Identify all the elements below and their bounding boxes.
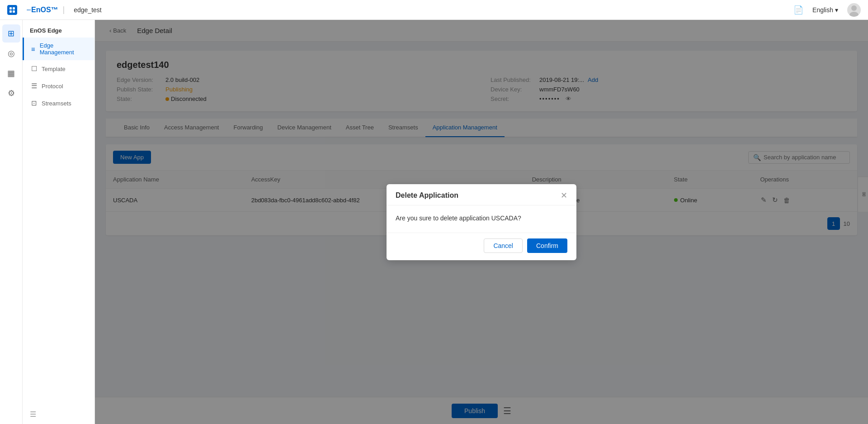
chevron-down-icon: ▾	[835, 6, 838, 14]
confirm-button[interactable]: Confirm	[527, 238, 567, 253]
svg-rect-2	[9, 10, 12, 13]
main-content: ‹ Back Edge Detail edgetest140 Edge Vers…	[95, 20, 868, 424]
sidebar-nav: EnOS Edge ≡ Edge Management ☐ Template ☰…	[23, 20, 95, 424]
main-layout: ⊞ ◎ ▦ ⚙ EnOS Edge ≡ Edge Management ☐ Te…	[0, 20, 868, 424]
sidebar-icon-grid[interactable]: ⊞	[2, 24, 20, 43]
modal-body: Are you sure to delete application USCAD…	[387, 205, 576, 233]
modal-header: Delete Application ✕	[387, 184, 576, 205]
sidebar-icon-dashboard[interactable]: ▦	[2, 64, 20, 82]
cancel-button[interactable]: Cancel	[484, 238, 523, 253]
sidebar-icon-settings[interactable]: ⚙	[2, 84, 20, 102]
sidebar-item-label: Edge Management	[40, 42, 87, 56]
svg-point-4	[851, 5, 857, 11]
sidebar-icons: ⊞ ◎ ▦ ⚙	[0, 20, 23, 424]
sidebar-icon-network[interactable]: ◎	[2, 44, 20, 62]
modal-message: Are you sure to delete application USCAD…	[396, 214, 521, 222]
modal-close-button[interactable]: ✕	[561, 191, 567, 200]
modal-overlay[interactable]: Delete Application ✕ Are you sure to del…	[95, 20, 868, 424]
protocol-icon: ☰	[31, 82, 37, 90]
svg-rect-0	[9, 7, 12, 10]
sidebar-item-edge-management[interactable]: ≡ Edge Management	[23, 38, 94, 60]
sidebar-item-template[interactable]: ☐ Template	[23, 60, 94, 77]
delete-application-modal: Delete Application ✕ Are you sure to del…	[387, 184, 576, 260]
app-name: edge_test	[74, 6, 102, 14]
language-selector[interactable]: English ▾	[812, 6, 838, 14]
sidebar-item-label: Template	[42, 66, 66, 72]
modal-footer: Cancel Confirm	[387, 233, 576, 260]
svg-rect-1	[13, 7, 15, 10]
sidebar-item-label: Protocol	[42, 83, 63, 90]
sidebar-item-label: Streamsets	[42, 100, 71, 107]
docs-icon[interactable]: 📄	[793, 5, 803, 15]
svg-point-5	[849, 12, 859, 17]
sidebar-item-streamsets[interactable]: ⊡ Streamsets	[23, 95, 94, 112]
brand-logo: ··· EnOS™	[26, 5, 58, 14]
header: ··· EnOS™ | edge_test 📄 English ▾	[0, 0, 868, 20]
header-right: 📄 English ▾	[793, 3, 861, 17]
collapse-button[interactable]: ☰	[23, 405, 94, 424]
app-grid-icon[interactable]	[7, 5, 17, 15]
user-avatar[interactable]	[847, 3, 861, 17]
template-icon: ☐	[31, 65, 37, 73]
sidebar-item-protocol[interactable]: ☰ Protocol	[23, 77, 94, 95]
svg-rect-3	[13, 10, 15, 13]
sidebar-section-title: EnOS Edge	[23, 20, 94, 38]
edge-management-icon: ≡	[31, 45, 35, 53]
streamsets-icon: ⊡	[31, 99, 37, 107]
brand-name: EnOS™	[31, 6, 58, 14]
header-divider: |	[63, 5, 65, 14]
logo-area	[7, 5, 17, 15]
modal-title: Delete Application	[396, 191, 458, 200]
